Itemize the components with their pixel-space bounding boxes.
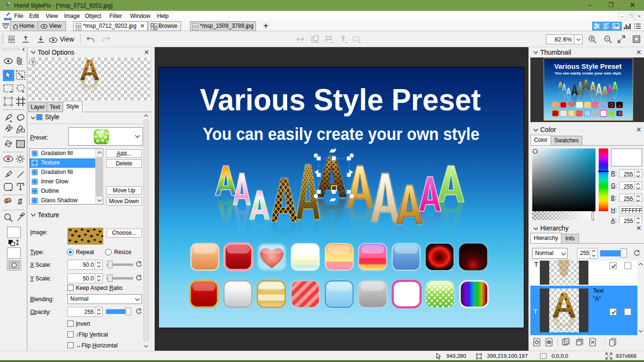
svg-text:TSP: TSP bbox=[6, 18, 10, 20]
svg-text:You can easily create your own: You can easily create your own style bbox=[203, 124, 479, 144]
svg-text:You can easily create your own: You can easily create your own style bbox=[555, 71, 622, 75]
svg-text:Various Style Preset: Various Style Preset bbox=[200, 83, 481, 117]
svg-text:Various Style Preset: Various Style Preset bbox=[554, 62, 622, 70]
svg-text:S: S bbox=[18, 197, 22, 206]
